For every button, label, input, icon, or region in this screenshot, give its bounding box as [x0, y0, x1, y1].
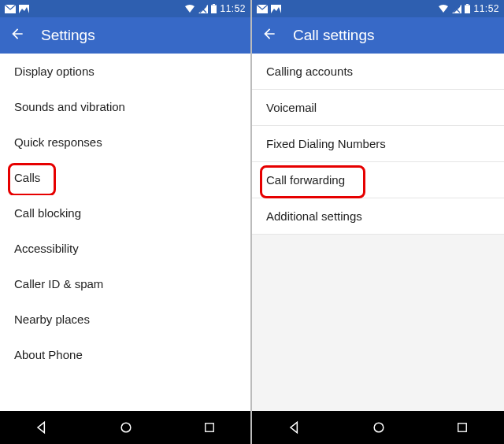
item-label: Quick responses	[14, 135, 102, 149]
svg-rect-12	[466, 4, 469, 6]
photo-icon	[19, 5, 29, 13]
item-label: Calling accounts	[266, 65, 353, 78]
signal-icon	[198, 5, 208, 13]
wifi-icon	[184, 5, 195, 13]
nav-home-icon[interactable]	[371, 420, 387, 435]
svg-rect-15	[458, 424, 467, 432]
nav-bar	[252, 411, 504, 444]
photo-icon	[271, 5, 281, 13]
list-item[interactable]: About Phone	[0, 337, 250, 372]
item-label: Call forwarding	[266, 173, 345, 187]
list-item[interactable]: Nearby places	[0, 302, 250, 337]
list-item[interactable]: Accessibility	[0, 231, 250, 266]
app-bar: Call settings	[252, 17, 504, 54]
gmail-icon	[257, 5, 268, 13]
list-item-call-forwarding[interactable]: Call forwarding	[252, 162, 504, 198]
nav-recent-icon[interactable]	[455, 420, 469, 435]
settings-list: Display options Sounds and vibration Qui…	[0, 54, 250, 411]
item-label: Calls	[14, 171, 40, 184]
back-icon[interactable]	[261, 26, 277, 45]
list-item[interactable]: Fixed Dialing Numbers	[252, 126, 504, 162]
list-item[interactable]: Quick responses	[0, 124, 250, 160]
nav-home-icon[interactable]	[118, 420, 134, 435]
nav-back-icon[interactable]	[287, 420, 302, 435]
screen-call-settings: 11:52 Call settings Calling accounts Voi…	[252, 0, 504, 444]
list-item[interactable]: Caller ID & spam	[0, 266, 250, 302]
item-label: Caller ID & spam	[14, 277, 103, 290]
nav-recent-icon[interactable]	[202, 420, 217, 435]
item-label: Nearby places	[14, 313, 90, 326]
list-item[interactable]: Calling accounts	[252, 54, 504, 90]
nav-bar	[0, 411, 250, 444]
back-icon[interactable]	[9, 26, 25, 45]
battery-icon	[211, 4, 217, 13]
app-bar: Settings	[0, 17, 250, 54]
appbar-title: Settings	[41, 27, 95, 44]
list-item[interactable]: Call blocking	[0, 195, 250, 231]
svg-point-14	[374, 423, 384, 432]
svg-rect-4	[213, 4, 215, 6]
appbar-title: Call settings	[293, 27, 375, 44]
status-bar: 11:52	[252, 0, 504, 17]
svg-rect-7	[205, 424, 213, 432]
item-label: Fixed Dialing Numbers	[266, 137, 386, 150]
item-label: About Phone	[14, 348, 83, 361]
item-label: Accessibility	[14, 242, 79, 255]
item-label: Display options	[14, 65, 94, 78]
item-label: Voicemail	[266, 101, 317, 114]
signal-icon	[452, 5, 461, 13]
list-item[interactable]: Sounds and vibration	[0, 89, 250, 124]
call-settings-list: Calling accounts Voicemail Fixed Dialing…	[252, 54, 504, 411]
battery-icon	[465, 4, 470, 13]
item-label: Additional settings	[266, 209, 362, 223]
item-label: Call blocking	[14, 206, 81, 220]
list-item-calls[interactable]: Calls	[0, 160, 250, 195]
list-item[interactable]: Display options	[0, 54, 250, 89]
list-item[interactable]: Additional settings	[252, 198, 504, 235]
svg-rect-5	[211, 6, 217, 14]
status-time: 11:52	[220, 3, 246, 14]
gmail-icon	[5, 5, 16, 13]
screen-settings: 11:52 Settings Display options Sounds an…	[0, 0, 252, 444]
list-item[interactable]: Voicemail	[252, 90, 504, 126]
nav-back-icon[interactable]	[34, 420, 50, 435]
svg-point-6	[121, 423, 131, 432]
svg-rect-13	[465, 6, 470, 14]
item-label: Sounds and vibration	[14, 100, 125, 113]
status-bar: 11:52	[0, 0, 250, 17]
status-time: 11:52	[473, 3, 499, 14]
wifi-icon	[438, 5, 449, 13]
